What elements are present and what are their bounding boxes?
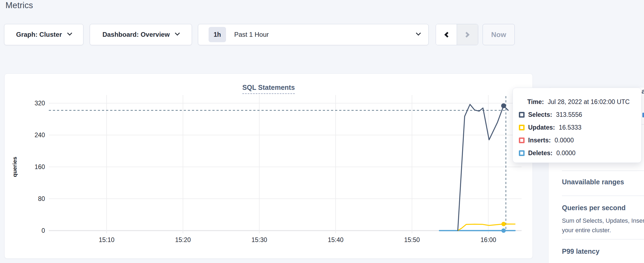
svg-text:15:40: 15:40 — [328, 236, 344, 243]
sidebar-heading-unavailable-ranges: Unavailable ranges — [562, 178, 624, 186]
tooltip-row-value: 0.0000 — [555, 137, 574, 144]
cutoff-heading-fragment: a — [642, 87, 644, 95]
divider — [562, 170, 644, 171]
chevron-right-icon — [464, 32, 470, 37]
tooltip-row-value: 313.5556 — [556, 111, 582, 118]
tooltip-row-updates: Updates: 16.5333 — [519, 121, 641, 134]
svg-text:15:50: 15:50 — [404, 236, 420, 243]
now-button[interactable]: Now — [483, 24, 515, 45]
dashboard-dropdown[interactable]: Dashboard: Overview — [90, 24, 192, 45]
chevron-down-icon — [416, 30, 421, 35]
sidebar-heading-queries-per-second: Queries per second — [562, 204, 625, 212]
svg-text:0: 0 — [41, 227, 45, 234]
svg-text:80: 80 — [38, 195, 45, 202]
svg-text:15:10: 15:10 — [99, 236, 115, 243]
dashboard-dropdown-label: Dashboard: Overview — [103, 31, 170, 38]
chevron-down-icon — [67, 30, 72, 35]
inserts-swatch-icon — [519, 137, 525, 143]
tooltip-row-label: Deletes: — [528, 149, 552, 157]
updates-swatch-icon — [519, 125, 525, 130]
sql-statements-chart[interactable]: 08016024032015:1015:2015:3015:4015:5016:… — [5, 74, 533, 260]
time-back-button[interactable] — [436, 24, 457, 45]
sidebar-desc-line: your entire cluster. — [562, 227, 611, 234]
sidebar-heading-p99-latency: P99 latency — [562, 247, 600, 255]
tooltip-time-value: Jul 28, 2022 at 16:02:00 UTC — [548, 98, 630, 106]
tooltip-row-label: Selects: — [528, 111, 552, 118]
time-range-badge: 1h — [209, 27, 226, 42]
time-range-dropdown[interactable]: 1h Past 1 Hour — [198, 24, 429, 45]
graph-scope-dropdown-label: Graph: Cluster — [16, 31, 62, 38]
time-pager — [436, 24, 478, 45]
tooltip-time-label: Time: — [527, 98, 544, 106]
svg-text:15:20: 15:20 — [175, 236, 191, 243]
tooltip-row-value: 16.5333 — [559, 124, 581, 131]
svg-text:160: 160 — [35, 163, 45, 170]
divider — [562, 239, 644, 240]
chevron-left-icon — [444, 32, 450, 37]
sidebar-desc-line: Sum of Selects, Updates, Inser — [562, 217, 644, 224]
sql-statements-chart-card: SQL Statements 08016024032015:1015:2015:… — [4, 74, 533, 259]
chevron-down-icon — [175, 30, 180, 35]
svg-text:240: 240 — [35, 132, 45, 139]
time-range-label: Past 1 Hour — [234, 31, 417, 38]
time-forward-button-disabled[interactable] — [457, 24, 478, 45]
tooltip-time-row: Time: Jul 28, 2022 at 16:02:00 UTC — [519, 96, 641, 108]
tooltip-row-label: Inserts: — [528, 137, 551, 144]
tooltip-row-value: 0.0000 — [556, 149, 575, 157]
svg-text:320: 320 — [35, 100, 45, 107]
svg-text:queries: queries — [11, 157, 18, 177]
deletes-swatch-icon — [519, 150, 525, 156]
svg-text:16:00: 16:00 — [480, 236, 496, 243]
cutoff-link-fragment — [642, 113, 644, 117]
selects-swatch-icon — [519, 112, 525, 118]
tooltip-row-deletes: Deletes: 0.0000 — [519, 147, 641, 160]
tooltip-row-label: Updates: — [528, 124, 555, 131]
divider — [562, 195, 644, 196]
tooltip-row-inserts: Inserts: 0.0000 — [519, 134, 641, 147]
now-button-label: Now — [491, 30, 506, 39]
page-title: Metrics — [5, 1, 33, 10]
chart-tooltip: Time: Jul 28, 2022 at 16:02:00 UTC Selec… — [513, 88, 642, 163]
tooltip-row-selects: Selects: 313.5556 — [519, 108, 641, 121]
svg-text:15:30: 15:30 — [251, 236, 267, 243]
metrics-page: Metrics Graph: Cluster Dashboard: Overvi… — [0, 0, 644, 263]
graph-scope-dropdown[interactable]: Graph: Cluster — [4, 24, 83, 45]
